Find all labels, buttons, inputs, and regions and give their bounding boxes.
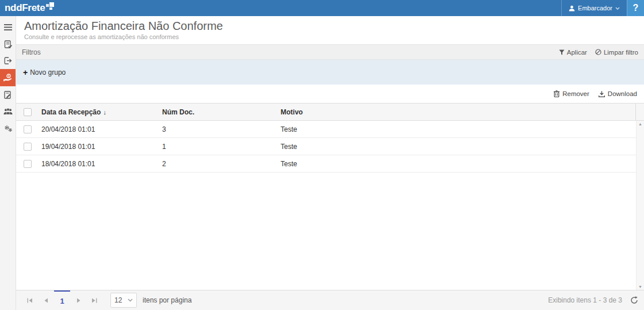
cell-num-doc: 3 [160, 121, 278, 137]
new-group-label: Novo grupo [30, 68, 66, 76]
download-button[interactable]: Download [599, 90, 637, 97]
last-page-button[interactable] [86, 290, 102, 310]
hamburger-icon [4, 24, 12, 30]
document-check-icon [4, 40, 12, 48]
scroll-up-icon[interactable]: ▲ [638, 122, 642, 126]
sidebar-item-amortizacao[interactable]: $ [0, 69, 16, 86]
user-icon [569, 5, 575, 12]
cell-num-doc: 1 [160, 138, 278, 155]
pager-status-area: Exibindo itens 1 - 3 de 3 [548, 290, 638, 310]
vertical-scrollbar[interactable]: ▲ ▼ [636, 121, 644, 290]
column-header-motivo[interactable]: Motivo [278, 104, 635, 120]
user-menu[interactable]: Embarcador [561, 0, 627, 16]
app-shell: $ [0, 16, 644, 310]
user-menu-label: Embarcador [578, 5, 612, 12]
page-title: Amortização Financeira Não Conforme [24, 20, 644, 33]
next-page-icon [76, 298, 80, 303]
filters-actions: Aplicar Limpar filtro [559, 49, 638, 56]
cell-num-doc: 2 [160, 155, 278, 172]
sidebar-item-menu[interactable] [0, 19, 16, 36]
pager-status: Exibindo itens 1 - 3 de 3 [548, 296, 622, 304]
help-button[interactable]: ? [627, 0, 644, 16]
header-scrollbar-spacer [635, 104, 636, 120]
cell-motivo: Teste [278, 138, 636, 155]
column-header-data-recepcao[interactable]: Data da Recepção ↓ [39, 104, 160, 120]
first-page-icon [27, 298, 33, 303]
clear-filter-label: Limpar filtro [604, 49, 638, 56]
hand-coin-icon: $ [3, 74, 12, 82]
svg-text:$: $ [7, 74, 9, 78]
refresh-button[interactable] [630, 296, 638, 304]
pager: 1 12 itens por [16, 290, 644, 310]
scroll-down-icon[interactable]: ▼ [638, 285, 642, 289]
current-page-label: 1 [60, 297, 64, 305]
remove-button[interactable]: Remover [554, 90, 589, 97]
page-size-select[interactable]: 12 [110, 293, 137, 308]
apply-filter-button[interactable]: Aplicar [559, 49, 587, 56]
table-row[interactable]: 19/04/2018 01:01 1 Teste [16, 138, 644, 155]
last-page-icon [91, 298, 97, 303]
row-select-cell [16, 155, 39, 172]
grid-toolbar: Remover Download [16, 85, 644, 103]
filter-panel: + Novo grupo [16, 60, 644, 85]
document-edit-icon [4, 91, 12, 99]
gears-icon [3, 124, 13, 132]
main-content: Amortização Financeira Não Conforme Cons… [16, 16, 644, 310]
table-row[interactable]: 20/04/2018 01:01 3 Teste [16, 121, 644, 138]
next-page-button[interactable] [70, 290, 86, 310]
trash-icon [554, 90, 559, 97]
sidebar-item-users[interactable] [0, 103, 16, 120]
apply-filter-label: Aplicar [567, 49, 587, 56]
remove-label: Remover [562, 90, 589, 97]
column-header-label: Data da Recepção [41, 108, 101, 116]
clear-filter-button[interactable]: Limpar filtro [595, 49, 638, 56]
row-checkbox[interactable] [24, 143, 32, 151]
column-header-label: Motivo [281, 108, 303, 116]
page-number-1[interactable]: 1 [54, 290, 70, 310]
row-checkbox[interactable] [24, 160, 32, 168]
cell-data-recepcao: 19/04/2018 01:01 [39, 138, 160, 155]
sidebar: $ [0, 16, 16, 310]
cell-data-recepcao: 20/04/2018 01:01 [39, 121, 160, 137]
logo-squares-icon [46, 2, 54, 10]
page-size-value: 12 [114, 296, 122, 304]
export-icon [4, 57, 12, 64]
sidebar-item-export[interactable] [0, 52, 16, 69]
first-page-button[interactable] [22, 290, 38, 310]
pager-controls: 1 12 itens por [22, 290, 191, 310]
column-header-num-doc[interactable]: Núm Doc. [160, 104, 278, 120]
download-label: Download [608, 90, 637, 97]
row-select-cell [16, 138, 39, 155]
users-icon [3, 108, 13, 115]
prev-page-icon [44, 298, 48, 303]
row-select-cell [16, 121, 39, 137]
download-icon [599, 91, 605, 97]
sidebar-item-document-edit[interactable] [0, 86, 16, 103]
page-header: Amortização Financeira Não Conforme Cons… [16, 16, 644, 44]
sidebar-item-settings[interactable] [0, 120, 16, 136]
page-subtitle: Consulte e reprocesse as amortizações nã… [24, 33, 644, 40]
funnel-icon [559, 49, 565, 55]
data-grid: Data da Recepção ↓ Núm Doc. Motivo 20/04… [16, 103, 644, 290]
cell-data-recepcao: 18/04/2018 01:01 [39, 155, 160, 172]
select-all-checkbox[interactable] [24, 108, 32, 116]
select-all-cell [16, 104, 39, 120]
topbar-right: Embarcador ? [561, 0, 644, 16]
help-button-label: ? [633, 3, 639, 13]
page-size-label: itens por página [143, 296, 191, 304]
refresh-icon [630, 296, 638, 304]
app-logo-text: nddFrete [5, 2, 45, 14]
grid-header-row: Data da Recepção ↓ Núm Doc. Motivo [16, 104, 644, 121]
topbar: nddFrete Embarcador ? [0, 0, 644, 16]
column-header-label: Núm Doc. [162, 108, 194, 116]
sidebar-item-document-check[interactable] [0, 36, 16, 52]
row-checkbox[interactable] [24, 125, 32, 133]
app-logo: nddFrete [0, 0, 54, 16]
new-group-button[interactable]: + Novo grupo [23, 68, 66, 77]
plus-icon: + [23, 68, 28, 77]
chevron-down-icon [128, 298, 133, 302]
table-row[interactable]: 18/04/2018 01:01 2 Teste [16, 155, 644, 173]
circle-slash-icon [595, 49, 601, 55]
chevron-down-icon [615, 7, 620, 10]
prev-page-button[interactable] [38, 290, 54, 310]
